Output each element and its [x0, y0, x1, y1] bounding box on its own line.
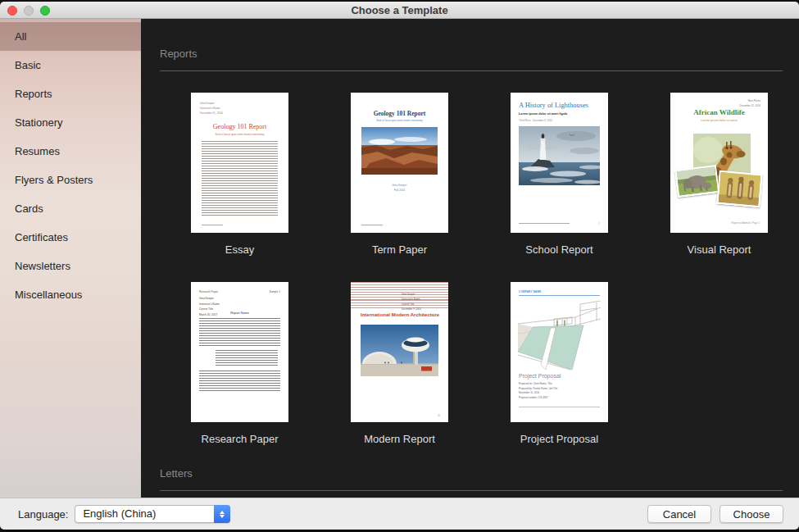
- sidebar-item-cards[interactable]: Cards: [0, 194, 141, 223]
- architecture-sketch: [518, 301, 601, 371]
- chevron-up-icon: [220, 511, 225, 514]
- thumb-meta-text: Uma Keeper Instructor's Name December 11…: [200, 101, 223, 116]
- template-project-proposal[interactable]: COMPANY NAME: [479, 282, 639, 445]
- thumb-header-rule: [519, 295, 600, 296]
- thumb-footer-rule: [361, 225, 383, 225]
- thumb-title-text: Report Name: [191, 311, 288, 315]
- sidebar-item-newsletters[interactable]: Newsletters: [0, 252, 141, 280]
- template-research-paper-thumbnail: Research Paper Sample 1 Uma Keeper Instr…: [191, 282, 288, 422]
- cancel-button[interactable]: Cancel: [647, 505, 711, 523]
- template-modern-report[interactable]: Uma Keeper Instructor's Name Course Titl…: [320, 282, 479, 445]
- template-name: Essay: [225, 243, 254, 256]
- thumb-subtitle-text: Sed ut lacus quis enim mattis nonummy: [191, 133, 288, 136]
- thumb-page-number: 1: [598, 222, 600, 225]
- template-name: Visual Report: [688, 243, 751, 256]
- template-grid: Uma Keeper Instructor's Name December 11…: [160, 93, 783, 445]
- thumb-subtitle-text: Sed ut lacus quis enim mattis nonummy: [351, 119, 448, 122]
- thumb-body-text: [199, 371, 280, 392]
- template-visual-report-thumbnail: Nora Plume December 12, 2014 African Wil…: [670, 93, 768, 233]
- thumb-meta-text: Nora Plume December 12, 2014: [740, 99, 760, 108]
- thumb-title-text: Geology 101 Report: [351, 110, 448, 117]
- thumb-subtitle-text: Lorem ipsum dolor sit amet: [670, 119, 768, 122]
- language-label: Language:: [18, 508, 68, 521]
- template-term-paper-thumbnail: Geology 101 Report Sed ut lacus quis eni…: [351, 93, 448, 233]
- language-select[interactable]: English (China): [75, 505, 230, 523]
- thumb-meta-text: Third Place - December 9, 2014: [519, 119, 552, 124]
- choose-button[interactable]: Choose: [720, 505, 783, 523]
- template-gallery[interactable]: Reports Uma Keeper Instructor's Name Dec…: [141, 19, 799, 498]
- section-header-reports: Reports: [160, 48, 783, 60]
- template-name: Research Paper: [202, 433, 279, 445]
- thumb-meta-text: Uma Keeper Fall 2014: [351, 183, 448, 193]
- category-sidebar: All Basic Reports Stationery Resumes Fly…: [0, 19, 141, 498]
- thumb-subtitle-text: Lorem ipsum dolor sit amet ligula: [519, 112, 567, 116]
- thumb-title-text: Geology 101 Report: [191, 123, 288, 130]
- thumb-meta-text: Uma Keeper Instructor's Name Course Titl…: [402, 292, 439, 311]
- section-divider: [160, 490, 783, 491]
- thumb-title-text: A History of Lighthouses: [519, 102, 588, 109]
- sidebar-item-resumes[interactable]: Resumes: [0, 137, 141, 166]
- thumb-footer-rule: [519, 223, 570, 224]
- dialog-footer: Language: English (China) Cancel Choose: [0, 498, 799, 530]
- thumb-title-text: International Modern Architecture: [361, 312, 439, 317]
- meerkats-photo: [716, 171, 762, 207]
- thumb-footer-rule: [519, 407, 600, 407]
- chevron-down-icon: [220, 515, 225, 518]
- template-project-proposal-thumbnail: COMPANY NAME: [511, 282, 608, 422]
- thumb-header-right: Sample 1: [270, 289, 280, 294]
- sidebar-item-certificates[interactable]: Certificates: [0, 223, 141, 252]
- thumb-header-text: COMPANY NAME: [519, 290, 541, 295]
- thumb-meta-text: Prepared for: Client Name, Title Prepare…: [519, 382, 557, 400]
- sidebar-item-basic[interactable]: Basic: [0, 51, 141, 80]
- section-divider: [160, 70, 783, 71]
- elephant-photo: [674, 165, 720, 198]
- choose-template-dialog: Choose a Template All Basic Reports Stat…: [0, 2, 799, 530]
- template-name: School Report: [525, 243, 592, 256]
- template-visual-report[interactable]: Nora Plume December 12, 2014 African Wil…: [639, 93, 799, 256]
- title-bar[interactable]: Choose a Template: [0, 2, 799, 19]
- thumb-header-left: Research Paper: [199, 289, 218, 294]
- sidebar-item-flyers-posters[interactable]: Flyers & Posters: [0, 166, 141, 194]
- thumb-page-number: 11: [438, 414, 440, 417]
- stepper-icon: [214, 505, 230, 523]
- sidebar-item-all[interactable]: All: [0, 22, 141, 51]
- thumb-title-text: Project Proposal: [519, 373, 561, 379]
- thumb-footer-rule: [202, 225, 223, 225]
- template-name: Term Paper: [372, 243, 427, 256]
- lighthouse-photo: [519, 126, 600, 185]
- template-school-report[interactable]: A History of Lighthouses Lorem ipsum dol…: [479, 93, 639, 256]
- template-school-report-thumbnail: A History of Lighthouses Lorem ipsum dol…: [511, 93, 608, 233]
- section-header-letters: Letters: [160, 467, 783, 480]
- language-selected-value: English (China): [83, 507, 156, 520]
- template-essay[interactable]: Uma Keeper Instructor's Name December 11…: [160, 93, 320, 256]
- template-term-paper[interactable]: Geology 101 Report Sed ut lacus quis eni…: [320, 93, 479, 256]
- thumb-footer-text: Report on Animals, Page 1: [732, 221, 760, 225]
- window-title: Choose a Template: [0, 4, 799, 16]
- sidebar-item-reports[interactable]: Reports: [0, 80, 141, 108]
- canyon-photo: [361, 127, 438, 175]
- sidebar-item-miscellaneous[interactable]: Miscellaneous: [0, 280, 141, 309]
- thumb-quote-text: [216, 350, 278, 367]
- template-essay-thumbnail: Uma Keeper Instructor's Name December 11…: [191, 93, 288, 233]
- template-name: Modern Report: [364, 433, 435, 445]
- template-research-paper[interactable]: Research Paper Sample 1 Uma Keeper Instr…: [160, 282, 320, 445]
- template-modern-report-thumbnail: Uma Keeper Instructor's Name Course Titl…: [351, 282, 448, 422]
- thumb-body-text: [199, 318, 280, 347]
- thumb-body-text: [202, 141, 278, 217]
- thumb-title-text: African Wildlife: [670, 108, 768, 116]
- template-name: Project Proposal: [520, 433, 598, 445]
- modern-building-photo: [361, 325, 438, 376]
- sidebar-item-stationery[interactable]: Stationery: [0, 108, 141, 137]
